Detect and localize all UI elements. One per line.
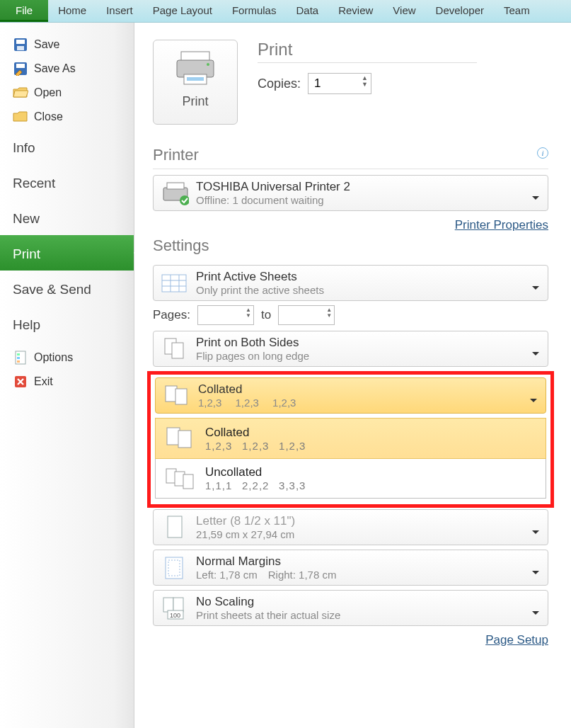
- sidebar-options-label: Options: [34, 351, 73, 364]
- svg-rect-35: [163, 598, 173, 612]
- info-icon[interactable]: i: [537, 147, 548, 159]
- sidebar-exit-label: Exit: [34, 375, 53, 388]
- printer-icon: [174, 49, 217, 87]
- duplex-dropdown[interactable]: Print on Both Sides Flip pages on long e…: [153, 331, 548, 367]
- margins-dropdown[interactable]: Normal Margins Left: 1,78 cm Right: 1,78…: [153, 550, 548, 586]
- paper-dropdown[interactable]: Letter (8 1/2 x 11") 21,59 cm x 27,94 cm: [153, 509, 548, 545]
- sidebar-open[interactable]: Open: [0, 81, 134, 105]
- sidebar-save-send[interactable]: Save & Send: [0, 271, 134, 306]
- collation-option-collated[interactable]: Collated 1,2,3 1,2,3 1,2,3: [155, 418, 546, 459]
- save-as-icon: [13, 62, 28, 76]
- print-button[interactable]: Print: [153, 40, 238, 125]
- tab-formulas[interactable]: Formulas: [222, 0, 287, 22]
- print-backstage: Print Print Copies: ▲▼ Printer i: [134, 23, 571, 728]
- page-setup-link[interactable]: Page Setup: [485, 633, 548, 647]
- printer-dropdown[interactable]: TOSHIBA Universal Printer 2 Offline: 1 d…: [153, 175, 548, 211]
- tab-developer[interactable]: Developer: [426, 0, 494, 22]
- pages-from-input[interactable]: [198, 309, 235, 322]
- collation-option-uncollated[interactable]: Uncollated 1,1,1 2,2,2 3,3,3: [156, 458, 546, 498]
- svg-rect-4: [16, 64, 25, 68]
- tab-team[interactable]: Team: [494, 0, 540, 22]
- svg-rect-8: [17, 360, 20, 363]
- option-title: Collated: [205, 426, 306, 440]
- collation-sub: 1,2,3 1,2,3 1,2,3: [198, 397, 296, 409]
- options-icon: [13, 351, 28, 365]
- sheets-icon: [161, 271, 189, 296]
- tab-review[interactable]: Review: [328, 0, 383, 22]
- stepper-arrows[interactable]: ▲▼: [362, 75, 368, 88]
- scope-sub: Only print the active sheets: [196, 284, 324, 296]
- svg-text:100: 100: [170, 612, 180, 619]
- svg-rect-18: [162, 275, 186, 292]
- printer-properties-link[interactable]: Printer Properties: [455, 218, 548, 232]
- paper-title: Letter (8 1/2 x 11"): [196, 514, 295, 528]
- backstage-sidebar: Save Save As Open Close Info Recent New …: [0, 23, 134, 728]
- svg-rect-13: [187, 77, 204, 81]
- tab-data[interactable]: Data: [286, 0, 328, 22]
- sidebar-close[interactable]: Close: [0, 105, 134, 129]
- pages-to-input[interactable]: [279, 309, 316, 322]
- sidebar-save-as[interactable]: Save As: [0, 57, 134, 81]
- print-title: Print: [258, 40, 477, 63]
- sidebar-exit[interactable]: Exit: [0, 370, 134, 394]
- print-scope-dropdown[interactable]: Print Active Sheets Only print the activ…: [153, 265, 548, 301]
- sidebar-help[interactable]: Help: [0, 306, 134, 341]
- sidebar-info[interactable]: Info: [0, 129, 134, 164]
- svg-rect-31: [183, 474, 193, 489]
- scaling-dropdown[interactable]: 100 No Scaling Print sheets at their act…: [153, 590, 548, 626]
- sidebar-save[interactable]: Save: [0, 33, 134, 57]
- collated-icon: [163, 383, 191, 409]
- svg-rect-28: [178, 431, 191, 448]
- svg-rect-32: [168, 516, 182, 538]
- option-title: Uncollated: [205, 465, 306, 479]
- svg-rect-36: [173, 598, 183, 612]
- margins-sub: Left: 1,78 cm Right: 1,78 cm: [196, 569, 336, 581]
- uncollated-icon: [164, 464, 195, 492]
- duplex-sub: Flip pages on long edge: [196, 350, 309, 362]
- sidebar-options[interactable]: Options: [0, 346, 134, 370]
- open-icon: [13, 86, 28, 100]
- chevron-down-icon: [532, 196, 539, 203]
- collation-dropdown[interactable]: Collated 1,2,3 1,2,3 1,2,3: [155, 377, 546, 414]
- copies-stepper[interactable]: ▲▼: [308, 73, 371, 94]
- scaling-title: No Scaling: [196, 595, 340, 609]
- pages-from-stepper[interactable]: ▲▼: [197, 305, 254, 325]
- collation-title: Collated: [198, 382, 296, 397]
- settings-section: Settings: [153, 237, 548, 259]
- sidebar-save-as-label: Save As: [34, 62, 76, 75]
- sidebar-save-label: Save: [34, 38, 59, 51]
- duplex-title: Print on Both Sides: [196, 336, 309, 350]
- sidebar-print[interactable]: Print: [0, 235, 134, 271]
- ribbon: File Home Insert Page Layout Formulas Da…: [0, 0, 571, 23]
- sidebar-open-label: Open: [34, 86, 62, 99]
- printer-section-label: Printer: [153, 146, 199, 164]
- printer-device-icon: [161, 181, 189, 206]
- tab-insert[interactable]: Insert: [96, 0, 143, 22]
- margins-title: Normal Margins: [196, 554, 336, 569]
- tab-file[interactable]: File: [0, 0, 48, 22]
- duplex-icon: [161, 336, 189, 362]
- printer-status: Offline: 1 document waiting: [196, 194, 350, 206]
- scaling-icon: 100: [161, 596, 189, 621]
- tab-view[interactable]: View: [383, 0, 425, 22]
- close-icon: [13, 110, 28, 124]
- scaling-sub: Print sheets at their actual size: [196, 609, 340, 621]
- sidebar-new[interactable]: New: [0, 200, 134, 235]
- pages-label: Pages:: [153, 308, 190, 322]
- chevron-down-icon: [532, 352, 539, 359]
- collation-popup: Collated 1,2,3 1,2,3 1,2,3 Uncollated 1,…: [155, 418, 546, 499]
- sidebar-recent[interactable]: Recent: [0, 164, 134, 200]
- option-sub: 1,1,1 2,2,2 3,3,3: [205, 479, 306, 491]
- printer-name: TOSHIBA Universal Printer 2: [196, 180, 350, 194]
- tab-home[interactable]: Home: [48, 0, 96, 22]
- pages-to-stepper[interactable]: ▲▼: [278, 305, 335, 325]
- svg-point-14: [207, 63, 209, 66]
- tab-page-layout[interactable]: Page Layout: [143, 0, 222, 22]
- copies-label: Copies:: [258, 76, 301, 91]
- scope-title: Print Active Sheets: [196, 270, 324, 284]
- exit-icon: [13, 375, 28, 389]
- copies-input[interactable]: [308, 76, 351, 91]
- collated-icon: [164, 424, 195, 453]
- svg-rect-1: [16, 40, 25, 44]
- chevron-down-icon: [532, 611, 539, 618]
